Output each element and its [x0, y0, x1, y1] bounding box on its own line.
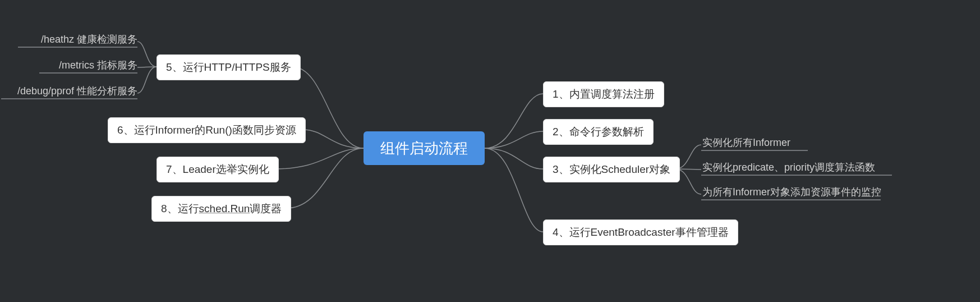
node-5-child-1[interactable]: /heathz 健康检测服务: [41, 30, 137, 48]
mindmap-canvas: 组件启动流程 1、内置调度算法注册 2、命令行参数解析 3、实例化Schedul…: [0, 0, 980, 302]
node-2-label: 2、命令行参数解析: [553, 126, 644, 138]
node-6-label: 6、运行Informer的Run()函数同步资源: [117, 124, 296, 136]
node-3-child-1[interactable]: 实例化所有Informer: [702, 134, 790, 152]
node-3-child-2[interactable]: 实例化predicate、priority调度算法函数: [702, 158, 875, 176]
node-2[interactable]: 2、命令行参数解析: [543, 119, 654, 145]
node-7[interactable]: 7、Leader选举实例化: [157, 157, 279, 182]
node-1[interactable]: 1、内置调度算法注册: [543, 81, 664, 107]
connector-lines: [0, 0, 980, 302]
node-5-child-2[interactable]: /metrics 指标服务: [59, 56, 137, 74]
node-3[interactable]: 3、实例化Scheduler对象: [543, 157, 680, 182]
node-8-post: 调度器: [250, 203, 282, 214]
node-5-child-3[interactable]: /debug/pprof 性能分析服务: [17, 82, 137, 100]
node-5-child-2-label: /metrics 指标服务: [59, 60, 137, 71]
node-1-label: 1、内置调度算法注册: [553, 88, 655, 100]
node-5-label: 5、运行HTTP/HTTPS服务: [166, 61, 291, 73]
node-8-mid: sched.Run: [199, 203, 250, 214]
node-8[interactable]: 8、运行sched.Run调度器: [151, 196, 291, 222]
node-5-child-1-label: /heathz 健康检测服务: [41, 34, 137, 45]
root-label: 组件启动流程: [380, 140, 468, 157]
node-6[interactable]: 6、运行Informer的Run()函数同步资源: [108, 117, 306, 143]
node-5-child-3-label: /debug/pprof 性能分析服务: [17, 85, 137, 97]
node-7-label: 7、Leader选举实例化: [166, 163, 269, 175]
node-8-pre: 8、运行: [161, 203, 199, 214]
node-3-child-2-label: 实例化predicate、priority调度算法函数: [702, 162, 875, 173]
node-3-child-3[interactable]: 为所有Informer对象添加资源事件的监控: [702, 183, 881, 201]
node-4[interactable]: 4、运行EventBroadcaster事件管理器: [543, 219, 738, 245]
node-3-child-3-label: 为所有Informer对象添加资源事件的监控: [702, 186, 881, 198]
node-3-label: 3、实例化Scheduler对象: [553, 163, 670, 175]
node-5[interactable]: 5、运行HTTP/HTTPS服务: [157, 54, 301, 80]
node-3-child-1-label: 实例化所有Informer: [702, 137, 790, 148]
node-4-label: 4、运行EventBroadcaster事件管理器: [553, 226, 729, 238]
root-node[interactable]: 组件启动流程: [364, 131, 485, 165]
